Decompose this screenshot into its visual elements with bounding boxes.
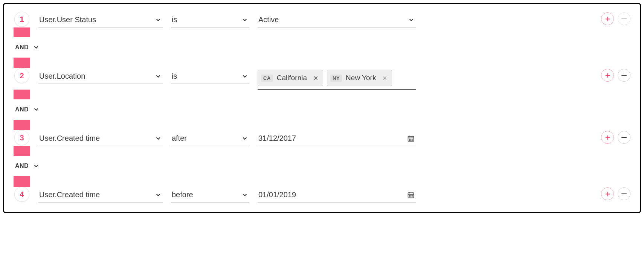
add-condition-button[interactable] [601, 69, 614, 82]
connector-select[interactable] [32, 102, 40, 117]
svg-point-5 [411, 140, 411, 140]
field-select[interactable]: User.Location [38, 70, 163, 84]
condition-number: 2 [20, 72, 24, 80]
connector-line-top [14, 146, 630, 156]
connector-label: AND [15, 106, 29, 113]
connector-select[interactable] [32, 40, 40, 55]
svg-point-11 [409, 196, 410, 197]
operator-text: is [172, 15, 177, 24]
operator-text: before [172, 190, 193, 199]
svg-point-4 [409, 140, 410, 140]
tag-label: California [277, 74, 307, 82]
condition-number: 4 [20, 190, 24, 199]
close-icon[interactable] [381, 75, 388, 81]
chevron-down-icon [32, 162, 40, 170]
connector-label: AND [15, 163, 29, 169]
condition-number: 3 [20, 134, 24, 142]
svg-point-9 [411, 195, 411, 196]
value-text: Active [258, 15, 279, 24]
tag-chip: NY New York [327, 70, 392, 86]
field-text: User.Created time [39, 190, 100, 199]
condition-number-badge: 2 [14, 68, 29, 83]
condition-number-badge: 4 [14, 187, 29, 202]
connector-line-top [14, 90, 630, 99]
chevron-down-icon [241, 191, 249, 199]
svg-point-3 [412, 139, 412, 139]
connector-line-top [14, 27, 630, 37]
condition-row: 2 User.Location is CA California NY [14, 68, 630, 90]
chevron-down-icon [407, 16, 415, 24]
date-input[interactable]: 01/01/2019 [258, 188, 416, 203]
svg-point-2 [411, 139, 411, 139]
tag-abbrev: NY [330, 75, 342, 82]
svg-point-1 [409, 139, 410, 139]
chevron-down-icon [241, 135, 249, 142]
condition-row: 1 User.User Status is Active [14, 12, 630, 27]
field-text: User.Location [39, 72, 85, 81]
tag-abbrev: CA [261, 75, 273, 82]
connector-select[interactable] [32, 159, 40, 173]
connector-line-bottom [14, 58, 630, 68]
remove-condition-button[interactable] [618, 12, 630, 25]
close-icon[interactable] [312, 75, 319, 81]
add-condition-button[interactable] [601, 131, 614, 144]
operator-select[interactable]: is [171, 13, 249, 27]
field-select[interactable]: User.User Status [38, 13, 163, 27]
operator-select[interactable]: is [171, 70, 249, 84]
add-condition-button[interactable] [601, 187, 614, 200]
svg-point-6 [412, 140, 412, 140]
chevron-down-icon [154, 73, 162, 80]
calendar-icon [407, 191, 415, 199]
chevron-down-icon [32, 106, 40, 113]
operator-select[interactable]: before [171, 188, 249, 203]
connector-line-bottom [14, 120, 630, 130]
svg-point-10 [412, 195, 412, 196]
tag-label: New York [346, 74, 376, 82]
condition-number-badge: 3 [14, 130, 29, 145]
operator-text: is [172, 72, 177, 81]
chevron-down-icon [32, 44, 40, 51]
remove-condition-button[interactable] [618, 187, 630, 200]
tag-input[interactable]: CA California NY New York [258, 70, 416, 90]
svg-point-8 [409, 195, 410, 196]
value-select[interactable]: Active [258, 13, 416, 27]
remove-condition-button[interactable] [618, 69, 630, 82]
remove-condition-button[interactable] [618, 131, 630, 144]
field-text: User.Created time [39, 134, 100, 143]
chevron-down-icon [154, 135, 162, 142]
field-select[interactable]: User.Created time [38, 188, 163, 203]
chevron-down-icon [241, 16, 249, 24]
condition-number-badge: 1 [14, 12, 29, 27]
operator-select[interactable]: after [171, 132, 249, 146]
date-value: 31/12/2017 [258, 134, 296, 143]
date-value: 01/01/2019 [258, 190, 296, 199]
add-condition-button[interactable] [601, 12, 614, 25]
chevron-down-icon [154, 191, 162, 199]
operator-text: after [172, 134, 187, 143]
date-input[interactable]: 31/12/2017 [258, 132, 416, 146]
condition-row: 4 User.Created time before 01/01/2019 [14, 187, 630, 203]
calendar-icon [407, 134, 415, 143]
field-select[interactable]: User.Created time [38, 132, 163, 146]
condition-row: 3 User.Created time after 31/12/2017 [14, 130, 630, 146]
svg-point-13 [412, 196, 412, 197]
chevron-down-icon [241, 73, 249, 80]
svg-point-12 [411, 196, 411, 197]
filter-builder: 1 User.User Status is Active [3, 3, 641, 213]
chevron-down-icon [154, 16, 162, 24]
connector-line-bottom [14, 176, 630, 187]
condition-number: 1 [20, 15, 24, 24]
field-text: User.User Status [39, 15, 96, 24]
connector-label: AND [15, 44, 29, 51]
tag-chip: CA California [258, 70, 323, 86]
